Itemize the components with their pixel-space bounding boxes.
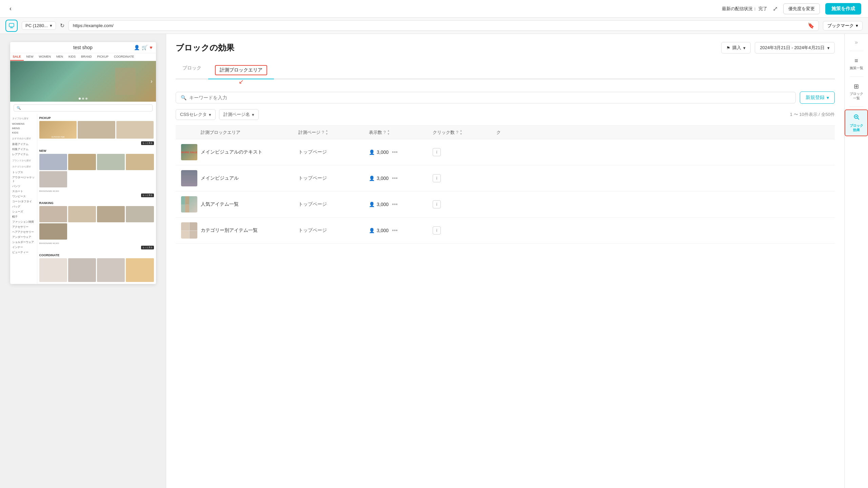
pickup-item-3[interactable] [116,121,154,139]
sidebar-beauty[interactable]: ビューティー [12,250,35,255]
row-4-info-button[interactable]: i [433,226,441,235]
sidebar-new-items[interactable]: 新着アイテム [12,142,35,147]
sidebar-tops[interactable]: トップス [12,170,35,175]
preview-panel: test shop 👤 🛒 ♥ SALE NEW WOMEN MEN KIDS … [0,34,166,488]
sidebar-special[interactable]: 特集アイテム [12,147,35,152]
ranking-item-2[interactable] [68,206,96,222]
sidebar-item-block-effect[interactable]: ブロック効果 [845,109,868,136]
nav-brand[interactable]: BRAND [78,53,95,61]
sidebar-mens[interactable]: MENS [12,126,35,130]
row-4-views-dots[interactable]: ••• [392,227,398,233]
clicks-help-icon[interactable]: ? [456,130,458,135]
sidebar-rare[interactable]: レアアイテム [12,152,35,157]
row-2-info-button[interactable]: i [433,174,441,182]
sidebar-shoulder[interactable]: ショルダーウェア [12,240,35,245]
search-icon: 🔍 [181,95,186,100]
sidebar-hair[interactable]: ヘアアクセサリー [12,229,35,235]
new-item-1[interactable] [39,154,67,170]
new-item-5[interactable] [39,171,67,187]
page-sort-icon[interactable]: ▲▼ [326,129,328,136]
clicks-sort-icon[interactable]: ▲▼ [460,129,462,136]
sidebar-accessories[interactable]: アクセサリー [12,224,35,229]
row-3-actions: i [433,200,494,208]
sidebar-item-policy-list[interactable]: ≡ 施策一覧 [845,54,868,74]
sidebar-pants[interactable]: パンツ [12,184,35,189]
priority-button[interactable]: 優先度を変更 [783,3,820,14]
coordinate-item-2[interactable] [68,258,96,282]
sidebar-onepiece[interactable]: ワンピース [12,194,35,199]
coordinate-item-3[interactable] [97,258,125,282]
create-button[interactable]: 施策を作成 [825,3,861,15]
sidebar-kids[interactable]: KIDS [12,130,35,135]
sidebar-expand-button[interactable]: » [852,37,861,48]
tab-measured-block[interactable]: 計測ブロックエリア ↙ [208,62,274,79]
tab-block[interactable]: ブロック [176,62,208,79]
new-item-3[interactable] [97,154,125,170]
ranking-item-5[interactable] [39,223,67,240]
sidebar-shoes[interactable]: シューズ [12,209,35,214]
date-chevron-icon: ▾ [827,45,830,50]
row-2-views-dots[interactable]: ••• [392,175,398,181]
row-1-info-button[interactable]: i [433,148,441,156]
new-item-2[interactable] [68,154,96,170]
device-selector[interactable]: PC (1280... ▾ [22,21,56,30]
page-help-icon[interactable]: ? [322,130,324,135]
sidebar-fashion-goods[interactable]: ファッション雑貨 [12,219,35,224]
nav-new[interactable]: NEW [24,53,36,61]
sidebar-item-block-list[interactable]: ⊞ ブロック一覧 [845,79,868,104]
row-3-views-person-icon: 👤 [369,202,375,207]
nav-coordinate[interactable]: COORDINATE [111,53,137,61]
pickup-item-2[interactable] [78,121,115,139]
sidebar-recommend[interactable]: おすすめから探す [12,136,35,141]
nav-pickup[interactable]: PICKUP [95,53,112,61]
hero-arrow-icon[interactable]: › [151,78,152,84]
sidebar-inner[interactable]: インナー [12,245,35,250]
ranking-item-4[interactable] [126,206,154,222]
pickup-more-btn[interactable]: もっと見る [141,141,154,145]
back-button[interactable]: ‹ [7,4,14,14]
ranking-item-3[interactable] [97,206,125,222]
sidebar-outer[interactable]: アウター/ジャケット [12,175,35,184]
bookmark-button[interactable]: ブックマーク ▾ [823,21,863,30]
sidebar-hat[interactable]: 帽子 [12,214,35,219]
nav-sale[interactable]: SALE [10,53,24,61]
preview-search-input[interactable] [23,106,150,110]
search-input[interactable] [189,95,791,100]
nav-men[interactable]: MEN [54,53,66,61]
pickup-item-1[interactable]: OUTDOOR ITEM [39,121,77,139]
ranking-more-btn[interactable]: もっと見る [141,246,154,249]
new-item-4[interactable] [126,154,154,170]
reload-button[interactable]: ↻ [60,22,64,29]
views-help-icon[interactable]: ? [383,130,386,135]
sidebar-coat[interactable]: コート/タフタイ [12,199,35,204]
row-3-views-dots[interactable]: ••• [392,201,398,207]
header-controls: ⚑ 購入 ▾ 2024年3月21日 - 2024年4月21日 ▾ [721,42,835,54]
coordinate-item-4[interactable] [126,258,154,282]
css-selector-filter[interactable]: CSSセレクタ ▾ [176,109,216,120]
register-button[interactable]: 新規登録 ▾ [800,92,835,104]
purchase-button[interactable]: ⚑ 購入 ▾ [721,42,751,54]
page-name-filter[interactable]: 計測ページ名 ▾ [219,109,259,120]
sidebar-skirt[interactable]: スカート [12,189,35,194]
table-row: メインビジュアル トップページ 👤 3,000 ••• i [176,165,835,191]
row-3-info-button[interactable]: i [433,200,441,208]
sidebar-brand[interactable]: ブランドから探す [12,158,35,163]
nav-women[interactable]: WOMEN [36,53,54,61]
row-1-views-person-icon: 👤 [369,149,375,155]
sidebar-bag[interactable]: バッグ [12,204,35,209]
nav-kids[interactable]: KIDS [66,53,78,61]
browser-icon [5,20,18,32]
new-more-btn[interactable]: もっと見る [141,194,154,197]
sidebar-type[interactable]: タイプから探す [12,116,35,121]
coordinate-grid [39,258,154,282]
bookmark-icon[interactable]: 🔖 [808,22,814,29]
share-button[interactable]: ⤢ [773,5,778,13]
ranking-item-1[interactable] [39,206,67,222]
coordinate-item-1[interactable] [39,258,67,282]
views-sort-icon[interactable]: ▲▼ [387,129,390,136]
date-range-button[interactable]: 2024年3月21日 - 2024年4月21日 ▾ [755,42,835,54]
sidebar-underwear[interactable]: アンダーウェア [12,235,35,240]
row-1-views-dots[interactable]: ••• [392,149,398,155]
sidebar-womens[interactable]: WOMENS [12,122,35,126]
sidebar-category[interactable]: カテゴリから探す [12,164,35,169]
